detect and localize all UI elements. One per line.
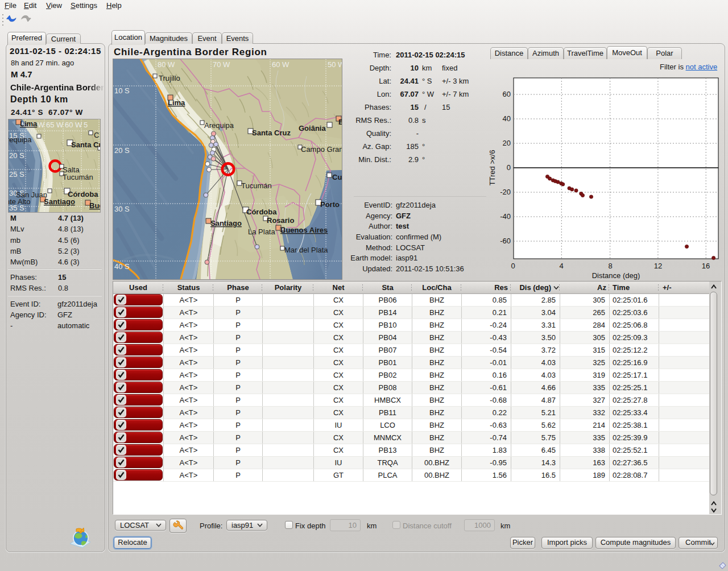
- svg-text:20 S: 20 S: [114, 146, 130, 155]
- svg-text:Tucumán: Tucumán: [241, 181, 272, 190]
- svg-text:60 W: 60 W: [65, 121, 82, 129]
- svg-text:10 S: 10 S: [114, 86, 130, 95]
- svg-text:Santa Cr: Santa Cr: [71, 140, 100, 149]
- svg-text:TTred >x/6: TTred >x/6: [489, 150, 497, 186]
- svg-text:40 S: 40 S: [114, 262, 130, 271]
- svg-text:Santa Cruz: Santa Cruz: [252, 129, 291, 137]
- svg-text:-40: -40: [500, 212, 511, 221]
- svg-text:20 S: 20 S: [9, 151, 24, 160]
- svg-text:60: 60: [503, 90, 511, 98]
- svg-text:20: 20: [503, 139, 511, 147]
- svg-text:40: 40: [503, 114, 511, 123]
- svg-text:Lima: Lima: [20, 119, 38, 128]
- svg-text:C: C: [94, 131, 99, 139]
- svg-text:Santiago: Santiago: [210, 219, 242, 227]
- svg-text:16: 16: [702, 262, 710, 270]
- svg-text:Tucumán: Tucumán: [63, 173, 93, 181]
- svg-text:80 W: 80 W: [158, 60, 175, 69]
- svg-text:5: 5: [84, 121, 88, 129]
- svg-text:0: 0: [511, 262, 515, 270]
- svg-text:4: 4: [559, 262, 563, 270]
- svg-text:60 W: 60 W: [272, 60, 289, 69]
- svg-text:nte Alto: nte Alto: [9, 197, 30, 206]
- svg-text:12: 12: [654, 262, 662, 270]
- svg-text:Arequipa: Arequipa: [204, 121, 234, 130]
- svg-text:Córdoba: Córdoba: [246, 208, 277, 216]
- svg-text:8: 8: [608, 262, 612, 270]
- svg-text:30 S: 30 S: [114, 205, 130, 213]
- svg-text:-20: -20: [500, 188, 511, 196]
- svg-text:Santiago: Santiago: [44, 197, 75, 206]
- svg-text:La Plata: La Plata: [248, 227, 275, 236]
- svg-text:Cur: Cur: [332, 173, 342, 181]
- svg-text:Bue: Bue: [89, 201, 100, 210]
- svg-text:65 W: 65 W: [46, 121, 64, 129]
- svg-text:Lima: Lima: [168, 98, 185, 107]
- svg-text:Trujillo: Trujillo: [159, 74, 180, 82]
- svg-text:Distance (deg): Distance (deg): [592, 271, 640, 280]
- svg-text:0: 0: [507, 163, 511, 172]
- svg-text:Rosario: Rosario: [267, 216, 294, 225]
- svg-text:-60: -60: [500, 237, 511, 245]
- svg-text:70 W: 70 W: [213, 60, 230, 69]
- svg-text:requipa: requipa: [9, 135, 32, 144]
- svg-text:25 S: 25 S: [9, 170, 24, 179]
